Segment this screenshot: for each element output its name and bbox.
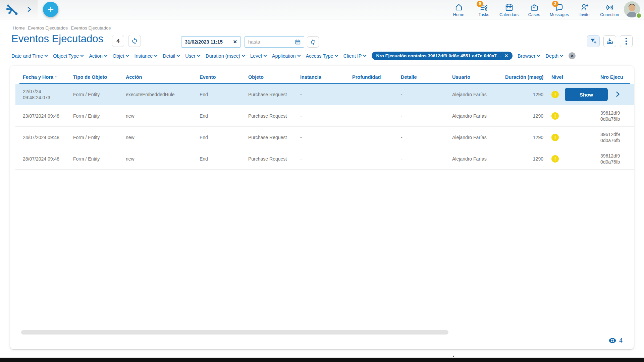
nav-item-messages[interactable]: 2 Messages xyxy=(547,0,572,19)
table-row[interactable]: 23/07/2024 09:48 Form / Entity new End P… xyxy=(15,105,634,127)
table-row[interactable]: 28/07/2024 09:48 Form / Entity new End P… xyxy=(15,148,634,170)
topbar-nav: Home 9 Tasks Calendars xyxy=(446,0,622,19)
filter-dropdown-label: Depth xyxy=(545,53,558,59)
nav-item-invite[interactable]: Invite xyxy=(572,0,597,19)
column-header-duracion[interactable]: Duración (mseg) xyxy=(505,74,548,80)
warning-level-icon: ! xyxy=(551,91,559,98)
date-from-field: ✕ xyxy=(181,36,241,48)
sidebar-expand-chevron-icon[interactable] xyxy=(28,7,31,13)
filter-dropdown-client-ip[interactable]: Client IP xyxy=(343,53,367,59)
column-header-nivel[interactable]: Nivel xyxy=(548,74,600,80)
column-header-instancia[interactable]: Instancia xyxy=(300,74,352,80)
column-header-nro-ejecucion[interactable]: Nro Ejecu xyxy=(600,74,630,80)
refresh-button[interactable] xyxy=(128,35,141,47)
nav-item-calendars[interactable]: Calendars xyxy=(496,0,522,19)
filter-chip-label: Nro Ejecución contains 39612df9-0d8e-455… xyxy=(376,53,501,58)
column-header-profundidad[interactable]: Profundidad xyxy=(352,74,401,80)
filter-dropdown-label: Date and Time xyxy=(11,53,43,59)
filter-dropdown-label: User xyxy=(185,53,196,59)
nav-item-tasks[interactable]: 9 Tasks xyxy=(471,0,496,19)
breadcrumb-home[interactable]: Home xyxy=(13,25,25,31)
horizontal-scrollbar[interactable] xyxy=(21,330,448,335)
row-expand-chevron-icon[interactable] xyxy=(616,91,620,99)
visible-count-value: 4 xyxy=(619,337,623,344)
clear-date-icon[interactable]: ✕ xyxy=(229,39,240,45)
filter-dropdown-date-and-time[interactable]: Date and Time xyxy=(11,53,48,59)
eye-icon xyxy=(608,338,616,344)
filter-dropdown-label: Client IP xyxy=(343,53,362,59)
date-to-input[interactable] xyxy=(245,39,292,45)
filter-dropdown-instance[interactable]: Instance xyxy=(134,53,158,59)
filter-dropdown-label: Level xyxy=(250,53,262,59)
filter-dropdown-detail[interactable]: Detail xyxy=(163,53,180,59)
more-options-button[interactable] xyxy=(620,35,633,47)
filter-dropdown-user[interactable]: User xyxy=(185,53,201,59)
filter-dropdown-label: Objet xyxy=(113,53,124,59)
briefcase-icon xyxy=(530,3,539,12)
filter-dropdown-label: Action xyxy=(89,53,102,59)
nav-item-home[interactable]: Home xyxy=(446,0,471,19)
date-to-field xyxy=(245,36,304,48)
table-header-row: Fecha y Hora↑ Tipo de Objeto Acción Even… xyxy=(19,71,630,84)
filter-dropdown-label: Duration (msec) xyxy=(206,53,240,59)
column-header-objeto[interactable]: Objeto xyxy=(248,74,300,80)
nav-item-conection[interactable]: Conection xyxy=(597,0,622,19)
signal-icon xyxy=(605,3,614,12)
filter-dropdown-application[interactable]: Application xyxy=(272,53,301,59)
filter-dropdown-level[interactable]: Level xyxy=(250,53,267,59)
table-row[interactable]: 22/07/2409:48:24.073 Form / Entity execu… xyxy=(15,84,634,105)
filter-dropdown-objet[interactable]: Objet xyxy=(113,53,129,59)
filter-dropdown-duration-msec[interactable]: Duration (msec) xyxy=(206,53,245,59)
nav-item-cases[interactable]: Cases xyxy=(522,0,547,19)
filter-dropdown-label: Instance xyxy=(134,53,153,59)
page-tick-mark xyxy=(453,356,454,357)
filter-toggle-button[interactable] xyxy=(587,35,600,47)
filter-dropdown-label: Application xyxy=(272,53,296,59)
clear-all-filters-button[interactable]: ✕ xyxy=(569,52,576,59)
results-card: Fecha y Hora↑ Tipo de Objeto Acción Even… xyxy=(10,66,634,349)
filter-dropdown-label: Detail xyxy=(163,53,175,59)
filter-dropdown-depth[interactable]: Depth xyxy=(545,53,564,59)
column-header-accion[interactable]: Acción xyxy=(126,74,200,80)
date-from-input[interactable] xyxy=(181,39,229,45)
filter-dropdown-label: Object Type xyxy=(53,53,79,59)
add-button[interactable]: + xyxy=(43,2,58,17)
sort-asc-icon: ↑ xyxy=(55,74,57,80)
filter-chip-nro-ejecucion[interactable]: Nro Ejecución contains 39612df9-0d8e-455… xyxy=(372,52,513,60)
calendar-icon xyxy=(505,3,514,12)
breadcrumb-level2[interactable]: Eventos Ejecutados xyxy=(71,25,111,31)
download-button[interactable] xyxy=(603,35,616,47)
warning-level-icon: ! xyxy=(551,134,559,141)
breadcrumb-level1[interactable]: Eventos Ejecutados xyxy=(28,25,68,31)
column-header-tipo[interactable]: Tipo de Objeto xyxy=(73,74,126,80)
app-logo-icon[interactable] xyxy=(5,3,19,17)
calendar-picker-icon[interactable] xyxy=(292,39,304,45)
online-status-dot xyxy=(636,13,642,18)
visible-count: 4 xyxy=(608,337,623,344)
warning-level-icon: ! xyxy=(551,155,559,163)
show-button[interactable]: Show xyxy=(565,88,608,101)
filter-dropdown-label: Browser xyxy=(518,53,535,59)
record-count-badge: 4 xyxy=(112,35,124,47)
person-add-icon xyxy=(580,3,589,12)
page-title: Eventos Ejecutados xyxy=(11,33,103,45)
filter-dropdown-action[interactable]: Action xyxy=(89,53,107,59)
messages-badge: 2 xyxy=(552,1,558,7)
refresh-dates-button[interactable] xyxy=(307,36,319,48)
home-icon xyxy=(454,3,463,12)
breadcrumb: Home Eventos Ejecutados Eventos Ejecutad… xyxy=(13,25,112,31)
filter-dropdown-access-type[interactable]: Access Type xyxy=(306,53,338,59)
warning-level-icon: ! xyxy=(551,112,559,120)
filter-dropdown-object-type[interactable]: Object Type xyxy=(53,53,84,59)
filter-dropdown-label: Access Type xyxy=(306,53,333,59)
column-header-usuario[interactable]: Usuario xyxy=(452,74,505,80)
column-header-detalle[interactable]: Detalle xyxy=(401,74,452,80)
column-header-evento[interactable]: Evento xyxy=(200,74,248,80)
filter-dropdown-browser[interactable]: Browser xyxy=(518,53,540,59)
bottom-bar xyxy=(0,358,644,362)
chip-close-icon[interactable]: ✕ xyxy=(504,53,508,58)
column-header-fecha[interactable]: Fecha y Hora↑ xyxy=(23,74,73,80)
topbar: + Home 9 Tasks xyxy=(0,0,644,19)
tasks-badge: 9 xyxy=(477,1,483,7)
table-row[interactable]: 24/07/2024 09:48 Form / Entity new End P… xyxy=(15,127,634,148)
